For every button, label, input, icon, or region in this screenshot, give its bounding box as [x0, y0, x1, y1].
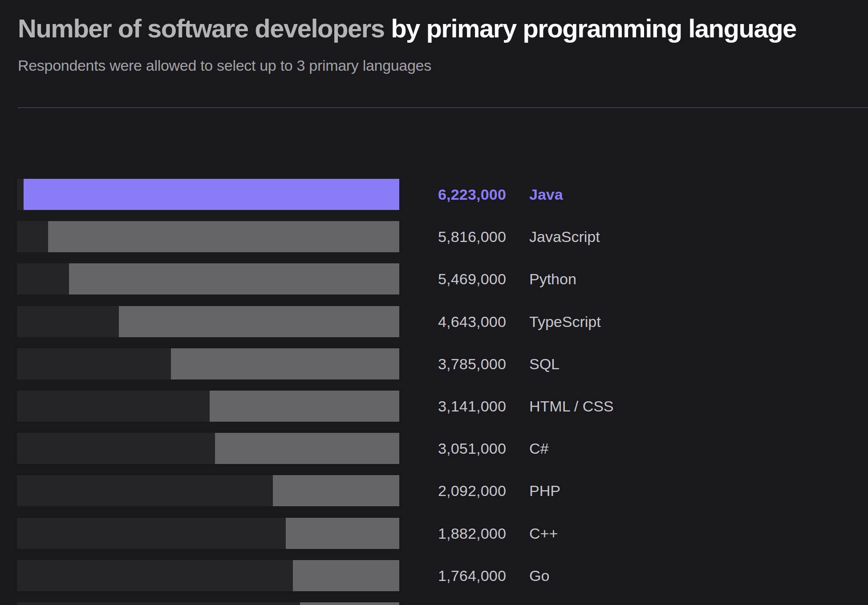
chart-row: 5,469,000 Python	[0, 263, 868, 294]
bar-track	[17, 602, 399, 605]
chart-row: 3,141,000 HTML / CSS	[0, 391, 868, 422]
bar-track	[17, 348, 399, 379]
bar-label: JavaScript	[529, 221, 600, 252]
bar-value: 5,469,000	[399, 263, 506, 294]
bar-label: HTML / CSS	[529, 391, 614, 422]
bar-track	[17, 179, 399, 210]
bar-label: C#	[529, 433, 548, 464]
chart-row: 2,092,000 PHP	[0, 475, 868, 506]
bar-value: 2,092,000	[399, 475, 506, 506]
bar-track	[17, 518, 399, 549]
bar	[119, 306, 399, 337]
bar	[286, 518, 399, 549]
chart-row: 3,785,000 SQL	[0, 348, 868, 379]
bar-value: 3,785,000	[399, 348, 506, 379]
chart-row: 5,816,000 JavaScript	[0, 221, 868, 252]
chart-row	[0, 602, 868, 605]
bar-track	[17, 475, 399, 506]
bar-label: C++	[529, 518, 558, 549]
bar-track	[17, 221, 399, 252]
bar-label: PHP	[529, 475, 560, 506]
chart-row: 4,643,000 TypeScript	[0, 306, 868, 337]
bar-chart: 6,223,000 Java 5,816,000 JavaScript 5,46…	[0, 0, 868, 605]
bar-track	[17, 391, 399, 422]
bar-label: TypeScript	[529, 306, 601, 337]
bar	[273, 475, 399, 506]
chart-row: 1,764,000 Go	[0, 560, 868, 591]
bar	[69, 263, 399, 294]
bar-track	[17, 433, 399, 464]
bar-label: Go	[529, 560, 549, 591]
bar-label: SQL	[529, 348, 560, 379]
bar-track	[17, 263, 399, 294]
bar-value: 6,223,000	[399, 179, 506, 210]
bar-track	[17, 560, 399, 591]
bar-track	[17, 306, 399, 337]
bar-label: Java	[529, 179, 563, 210]
bar-value	[399, 602, 506, 605]
chart-row: 1,882,000 C++	[0, 518, 868, 549]
bar-value: 3,051,000	[399, 433, 506, 464]
bar-value: 1,882,000	[399, 518, 506, 549]
bar	[210, 391, 399, 422]
bar	[293, 560, 399, 591]
bar-value: 3,141,000	[399, 391, 506, 422]
chart-row: 3,051,000 C#	[0, 433, 868, 464]
bar-label: Python	[529, 263, 576, 294]
bar-value: 1,764,000	[399, 560, 506, 591]
bar	[24, 179, 399, 210]
bar-value: 4,643,000	[399, 306, 506, 337]
bar	[48, 221, 399, 252]
chart-row: 6,223,000 Java	[0, 179, 868, 210]
bar	[300, 602, 399, 605]
bar	[171, 348, 400, 379]
bar-value: 5,816,000	[399, 221, 506, 252]
bar	[215, 433, 399, 464]
